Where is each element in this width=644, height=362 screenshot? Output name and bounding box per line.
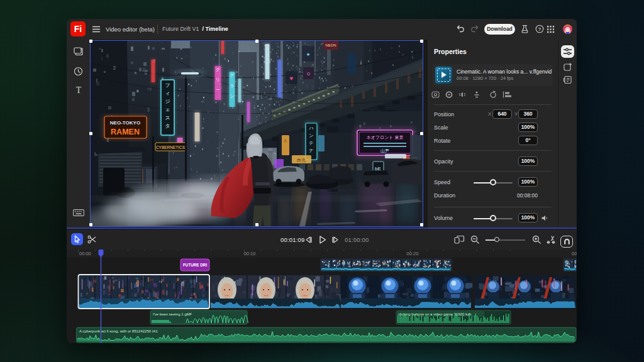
svg-text:FUTURE DRI: FUTURE DRI — [183, 263, 207, 267]
svg-text:00:00: 00:00 — [79, 251, 91, 256]
svg-text:?: ? — [538, 26, 541, 32]
svg-text:ハ: ハ — [308, 126, 313, 130]
svg-text:00:20: 00:20 — [407, 251, 419, 256]
svg-text:フ: フ — [165, 82, 170, 88]
svg-text:A cyberpunk sci fi song, with: A cyberpunk sci fi song, with or 8512422… — [79, 329, 158, 333]
svg-text:ン: ン — [309, 133, 313, 138]
svg-text:テ: テ — [309, 141, 313, 145]
svg-text:タ: タ — [165, 123, 170, 129]
svg-text:一: 一 — [216, 87, 220, 92]
svg-text:ン: ン — [230, 94, 234, 98]
svg-text:☺: ☺ — [306, 71, 311, 77]
svg-text:NEO-TOKYO: NEO-TOKYO — [110, 120, 140, 126]
svg-text:NEON: NEON — [325, 43, 336, 47]
svg-text:00:10: 00:10 — [244, 251, 256, 256]
svg-text:ェ: ェ — [165, 107, 170, 112]
svg-text:clicking buttons on a video ga: clicking buttons on a video game 31920 k… — [398, 312, 472, 316]
svg-text:ス: ス — [165, 115, 170, 121]
svg-text:00:: 00: — [572, 251, 577, 256]
svg-text:ナ: ナ — [309, 148, 313, 153]
svg-text:RAMEN: RAMEN — [111, 128, 140, 136]
svg-text:山尹: 山尹 — [380, 148, 389, 153]
svg-text:CYBERNETICS: CYBERNETICS — [156, 145, 186, 150]
svg-text:I've been seeing 1 gMF: I've been seeing 1 gMF — [153, 312, 192, 316]
svg-text:ラ: ラ — [230, 84, 234, 88]
svg-text:リ: リ — [216, 77, 220, 82]
svg-text:人: 人 — [283, 139, 287, 143]
svg-text:白光: 白光 — [297, 158, 306, 163]
svg-text:ク: ク — [216, 67, 220, 72]
svg-text:グ: グ — [230, 73, 235, 77]
svg-text:ィ: ィ — [165, 90, 170, 96]
svg-text:ジ: ジ — [165, 99, 170, 104]
svg-text:✦: ✦ — [306, 52, 311, 58]
svg-text:♥: ♥ — [290, 75, 294, 82]
svg-text:ネオフロント 東京: ネオフロント 東京 — [367, 135, 404, 140]
